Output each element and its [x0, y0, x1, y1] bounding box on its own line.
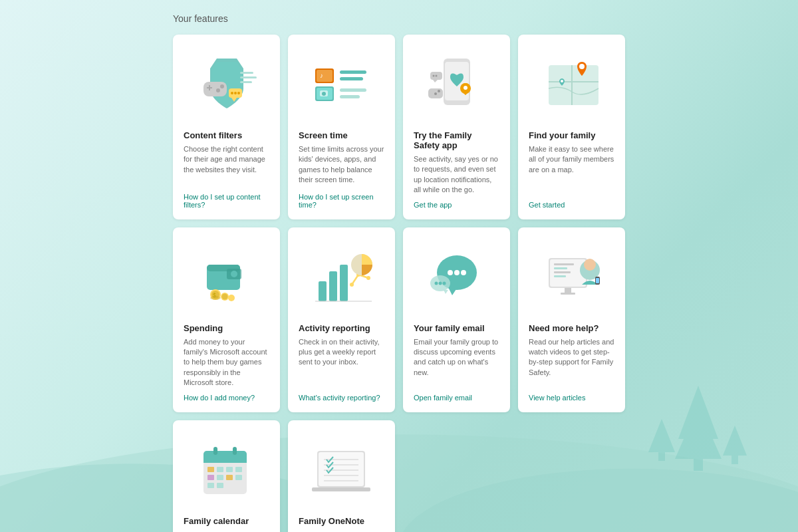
svg-point-78	[442, 281, 446, 285]
card-help-title: Need more help?	[529, 323, 614, 333]
svg-rect-31	[340, 77, 363, 80]
card-onenote-title: Family OneNote	[299, 516, 384, 526]
svg-rect-97	[217, 467, 223, 472]
page-title: Your features	[173, 13, 625, 24]
spending-illustration: $	[184, 238, 269, 318]
svg-marker-70	[448, 287, 458, 295]
card-family-calendar: Family calendar Add upcoming family even…	[173, 420, 280, 532]
svg-text:♪: ♪	[320, 72, 323, 79]
svg-point-77	[438, 281, 442, 285]
card-screen-time-desc: Set time limits across your kids' device…	[299, 144, 384, 188]
svg-point-73	[461, 270, 466, 275]
card-screen-time: ♪ Screen time Set time limits across you…	[288, 35, 395, 219]
main-container: Your features	[0, 0, 798, 532]
svg-point-18	[234, 92, 237, 94]
svg-rect-24	[317, 70, 332, 82]
card-family-safety-title: Try the Family Safety app	[414, 130, 499, 150]
svg-rect-62	[329, 271, 337, 301]
card-content-filters-link[interactable]: How do I set up content filters?	[184, 193, 269, 209]
svg-point-76	[434, 281, 438, 285]
card-help-link[interactable]: View help articles	[529, 394, 614, 402]
card-calendar-desc: Add upcoming family events and get remin…	[184, 530, 269, 532]
svg-rect-63	[340, 265, 348, 301]
svg-point-29	[322, 92, 326, 96]
svg-rect-33	[340, 95, 360, 98]
svg-rect-61	[319, 281, 327, 301]
svg-rect-95	[233, 447, 237, 455]
card-find-family-link[interactable]: Get started	[529, 201, 614, 209]
svg-rect-83	[554, 271, 571, 273]
content-filters-illustration	[184, 45, 269, 125]
card-activity-desc: Check in on their activity, plus get a w…	[299, 337, 384, 388]
svg-rect-14	[207, 87, 212, 88]
svg-rect-101	[217, 475, 223, 480]
card-spending: $ Spending Add money to your family's Mi…	[173, 227, 280, 412]
family-calendar-illustration	[184, 431, 269, 511]
svg-rect-81	[554, 263, 574, 265]
svg-rect-102	[226, 475, 233, 480]
svg-rect-94	[213, 447, 217, 455]
svg-point-12	[216, 88, 220, 92]
card-spending-desc: Add money to your family's Microsoft acc…	[184, 337, 269, 388]
card-family-safety-link[interactable]: Get the app	[414, 201, 499, 209]
card-calendar-title: Family calendar	[184, 516, 269, 526]
svg-rect-10	[203, 82, 227, 96]
svg-point-41	[435, 75, 437, 77]
card-onenote: Family OneNote Create grocery lists, pla…	[288, 420, 395, 532]
svg-rect-96	[207, 467, 214, 472]
svg-rect-20	[240, 72, 253, 74]
card-need-help: Need more help? Read our help articles a…	[518, 227, 625, 412]
svg-point-11	[220, 84, 224, 88]
card-spending-title: Spending	[184, 323, 269, 333]
svg-rect-45	[549, 65, 598, 105]
svg-point-66	[366, 276, 370, 280]
svg-point-43	[438, 90, 440, 92]
activity-reporting-illustration	[299, 238, 384, 318]
svg-marker-75	[444, 290, 448, 294]
card-content-filters-desc: Choose the right content for their age a…	[184, 144, 269, 188]
find-family-illustration	[529, 45, 614, 125]
card-family-safety-desc: See activity, say yes or no to requests,…	[414, 154, 499, 196]
card-find-family-title: Find your family	[529, 130, 614, 140]
card-content-filters: Content filters Choose the right content…	[173, 35, 280, 219]
features-grid: Content filters Choose the right content…	[173, 35, 625, 532]
card-family-email: Your family email Email your family grou…	[403, 227, 510, 412]
svg-rect-30	[340, 70, 366, 74]
svg-rect-84	[554, 275, 566, 277]
svg-point-59	[228, 295, 235, 301]
svg-rect-82	[554, 267, 567, 269]
svg-rect-85	[565, 288, 571, 293]
svg-rect-86	[561, 293, 575, 295]
card-family-email-title: Your family email	[414, 323, 499, 333]
svg-rect-113	[312, 487, 370, 491]
svg-point-19	[237, 92, 240, 94]
svg-point-40	[432, 75, 434, 77]
svg-point-49	[561, 80, 563, 82]
card-activity-title: Activity reporting	[299, 323, 384, 333]
card-onenote-desc: Create grocery lists, plan a family vaca…	[299, 530, 384, 532]
svg-rect-104	[207, 483, 214, 488]
svg-marker-39	[433, 80, 438, 82]
card-family-safety: Try the Family Safety app See activity, …	[403, 35, 510, 219]
svg-point-60	[210, 296, 221, 300]
svg-rect-32	[340, 88, 366, 92]
svg-point-71	[448, 270, 453, 275]
card-find-family: Find your family Make it easy to see whe…	[518, 35, 625, 219]
card-family-email-link[interactable]: Open family email	[414, 394, 499, 402]
card-activity-reporting: Activity reporting Check in on their act…	[288, 227, 395, 412]
card-activity-link[interactable]: What's activity reporting?	[299, 394, 384, 402]
svg-rect-21	[240, 76, 257, 78]
svg-rect-103	[235, 475, 242, 480]
card-spending-link[interactable]: How do I add money?	[184, 394, 269, 402]
svg-rect-93	[203, 458, 247, 463]
family-safety-illustration	[414, 45, 499, 125]
svg-point-48	[579, 64, 585, 69]
svg-rect-98	[226, 467, 233, 472]
card-screen-time-title: Screen time	[299, 130, 384, 140]
card-help-desc: Read our help articles and watch videos …	[529, 337, 614, 388]
svg-point-88	[584, 259, 596, 271]
svg-rect-22	[240, 81, 252, 83]
svg-point-17	[231, 92, 233, 94]
card-screen-time-link[interactable]: How do I set up screen time?	[299, 193, 384, 209]
card-content-filters-title: Content filters	[184, 130, 269, 140]
